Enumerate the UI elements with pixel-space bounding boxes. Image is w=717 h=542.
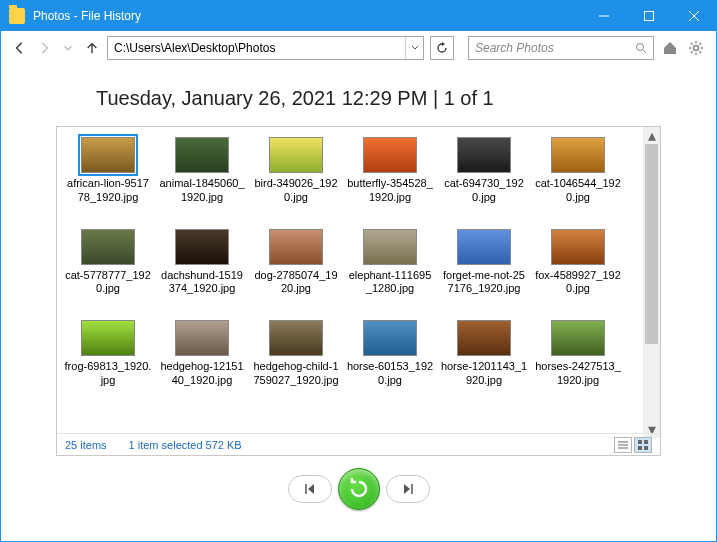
file-thumbnail — [457, 229, 511, 265]
file-name: frog-69813_1920.jpg — [61, 360, 155, 388]
file-name: hedgehog-1215140_1920.jpg — [155, 360, 249, 388]
file-item[interactable]: african-lion-951778_1920.jpg — [61, 137, 155, 225]
file-thumbnail — [81, 229, 135, 265]
svg-rect-12 — [638, 446, 642, 450]
file-item[interactable]: animal-1845060_1920.jpg — [155, 137, 249, 225]
back-button[interactable] — [11, 41, 29, 55]
file-name: animal-1845060_1920.jpg — [155, 177, 249, 205]
file-name: dog-2785074_1920.jpg — [249, 269, 343, 297]
svg-rect-10 — [638, 440, 642, 444]
status-bar: 25 items 1 item selected 572 KB — [57, 433, 660, 455]
file-thumbnail — [551, 137, 605, 173]
file-thumbnail — [81, 137, 135, 173]
file-item[interactable]: forget-me-not-257176_1920.jpg — [437, 229, 531, 317]
file-name: cat-694730_1920.jpg — [437, 177, 531, 205]
view-details-button[interactable] — [614, 437, 632, 453]
file-thumbnail — [363, 137, 417, 173]
svg-rect-13 — [644, 446, 648, 450]
file-name: dachshund-1519374_1920.jpg — [155, 269, 249, 297]
file-name: african-lion-951778_1920.jpg — [61, 177, 155, 205]
address-bar[interactable] — [107, 36, 424, 60]
file-thumbnail — [175, 229, 229, 265]
file-name: cat-1046544_1920.jpg — [531, 177, 625, 205]
file-name: horse-60153_1920.jpg — [343, 360, 437, 388]
file-list: african-lion-951778_1920.jpganimal-18450… — [56, 126, 661, 456]
navigation-bar: Search Photos — [1, 31, 716, 65]
file-item[interactable]: butterfly-354528_1920.jpg — [343, 137, 437, 225]
file-thumbnail — [457, 320, 511, 356]
status-count: 25 items — [65, 439, 107, 451]
scrollbar-thumb[interactable] — [645, 144, 658, 344]
svg-line-5 — [643, 50, 646, 53]
file-thumbnail — [81, 320, 135, 356]
file-name: cat-5778777_1920.jpg — [61, 269, 155, 297]
file-name: forget-me-not-257176_1920.jpg — [437, 269, 531, 297]
file-thumbnail — [269, 137, 323, 173]
file-item[interactable]: frog-69813_1920.jpg — [61, 320, 155, 408]
scroll-up-icon[interactable]: ▴ — [643, 127, 660, 144]
file-name: fox-4589927_1920.jpg — [531, 269, 625, 297]
file-thumbnail — [363, 229, 417, 265]
file-item[interactable]: hedgehog-1215140_1920.jpg — [155, 320, 249, 408]
file-name: bird-349026_1920.jpg — [249, 177, 343, 205]
file-item[interactable]: horse-60153_1920.jpg — [343, 320, 437, 408]
player-controls — [56, 468, 661, 510]
next-version-button[interactable] — [386, 475, 430, 503]
file-item[interactable]: cat-694730_1920.jpg — [437, 137, 531, 225]
forward-button[interactable] — [35, 41, 53, 55]
file-thumbnail — [269, 320, 323, 356]
file-thumbnail — [551, 320, 605, 356]
file-item[interactable]: horses-2427513_1920.jpg — [531, 320, 625, 408]
status-selection: 1 item selected 572 KB — [129, 439, 242, 451]
file-item[interactable]: cat-1046544_1920.jpg — [531, 137, 625, 225]
home-button[interactable] — [660, 40, 680, 56]
file-thumbnail — [457, 137, 511, 173]
file-item[interactable]: bird-349026_1920.jpg — [249, 137, 343, 225]
history-dropdown[interactable] — [59, 41, 77, 55]
file-item[interactable]: hedgehog-child-1759027_1920.jpg — [249, 320, 343, 408]
file-item[interactable]: dog-2785074_1920.jpg — [249, 229, 343, 317]
restore-button[interactable] — [338, 468, 380, 510]
file-thumbnail — [551, 229, 605, 265]
minimize-button[interactable] — [581, 1, 626, 31]
app-icon — [9, 8, 25, 24]
search-placeholder: Search Photos — [475, 41, 635, 55]
close-button[interactable] — [671, 1, 716, 31]
settings-button[interactable] — [686, 40, 706, 56]
file-item[interactable]: dachshund-1519374_1920.jpg — [155, 229, 249, 317]
search-icon — [635, 42, 647, 54]
svg-point-4 — [637, 44, 644, 51]
file-thumbnail — [363, 320, 417, 356]
maximize-button[interactable] — [626, 1, 671, 31]
address-input[interactable] — [108, 37, 405, 59]
file-item[interactable]: horse-1201143_1920.jpg — [437, 320, 531, 408]
up-button[interactable] — [83, 41, 101, 55]
file-thumbnail — [269, 229, 323, 265]
view-thumbnails-button[interactable] — [634, 437, 652, 453]
file-name: butterfly-354528_1920.jpg — [343, 177, 437, 205]
page-title: Tuesday, January 26, 2021 12:29 PM | 1 o… — [96, 87, 661, 110]
file-thumbnail — [175, 137, 229, 173]
file-name: hedgehog-child-1759027_1920.jpg — [249, 360, 343, 388]
window-title: Photos - File History — [33, 9, 581, 23]
svg-point-6 — [694, 46, 699, 51]
refresh-button[interactable] — [430, 36, 454, 60]
scrollbar[interactable]: ▴ ▾ — [643, 127, 660, 438]
address-dropdown[interactable] — [405, 37, 423, 59]
file-item[interactable]: cat-5778777_1920.jpg — [61, 229, 155, 317]
file-name: elephant-111695_1280.jpg — [343, 269, 437, 297]
previous-version-button[interactable] — [288, 475, 332, 503]
svg-rect-11 — [644, 440, 648, 444]
file-item[interactable]: elephant-111695_1280.jpg — [343, 229, 437, 317]
svg-rect-1 — [644, 12, 653, 21]
file-thumbnail — [175, 320, 229, 356]
file-item[interactable]: fox-4589927_1920.jpg — [531, 229, 625, 317]
search-box[interactable]: Search Photos — [468, 36, 654, 60]
file-name: horse-1201143_1920.jpg — [437, 360, 531, 388]
file-name: horses-2427513_1920.jpg — [531, 360, 625, 388]
title-bar: Photos - File History — [1, 1, 716, 31]
